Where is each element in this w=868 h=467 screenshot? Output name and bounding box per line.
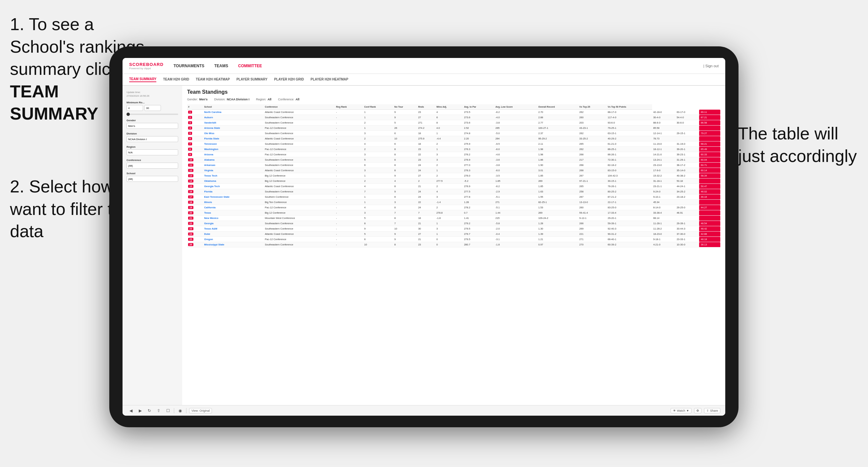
- cell-crk: 2: [363, 147, 394, 152]
- cell-rec: 29-20-1: [607, 216, 652, 221]
- share-button[interactable]: ⇧ Share: [704, 408, 720, 413]
- region-select[interactable]: N/A All: [126, 149, 178, 155]
- cell-conf: Pac-12 Conference: [264, 237, 335, 242]
- tab-team-summary[interactable]: TEAM SUMMARY: [129, 77, 156, 82]
- cell-low: 1.39: [537, 231, 578, 237]
- cell-reg: -: [335, 189, 363, 194]
- table-row: 22GeorgiaSoutheastern Conference-8721127…: [187, 221, 720, 226]
- cell-ovr: 18-12-1: [652, 147, 676, 152]
- cell-score: 59-41-4: [578, 210, 607, 216]
- table-row: 7TennesseeSoutheastern Conference-461822…: [187, 142, 720, 147]
- view-original-button[interactable]: View: Original: [189, 408, 212, 413]
- watch-button[interactable]: 👁 Watch ▼: [671, 408, 691, 413]
- cell-ovr: 4-21-0: [652, 242, 676, 247]
- tab-player-summary[interactable]: PLAYER SUMMARY: [237, 77, 268, 82]
- clock-icon[interactable]: ◉: [177, 407, 183, 414]
- col-avg-to-par: Avg. to Par: [463, 104, 494, 110]
- table-row: 26Mississippi StateSoutheastern Conferen…: [187, 242, 720, 247]
- logo: SCOREBOARD Powered by clippd: [129, 62, 164, 70]
- cell-score: 262: [578, 131, 607, 136]
- refresh-icon[interactable]: ↻: [146, 407, 153, 414]
- tab-player-h2h-grid[interactable]: PLAYER H2H GRID: [274, 77, 304, 82]
- table-row: 13Texas TechBig 12 Conference-19272276.0…: [187, 173, 720, 179]
- update-time: Update time: 27/03/2024 16:56:26: [126, 91, 178, 98]
- table-row: 8WashingtonPac-12 Conference-28231276.3-…: [187, 147, 720, 152]
- cell-low: 109-24-2: [537, 216, 578, 221]
- share-icon-left[interactable]: ⇧: [155, 407, 162, 414]
- cell-low: 2.37: [537, 131, 578, 136]
- cell-wins: 2: [435, 173, 463, 179]
- nav-tournaments[interactable]: TOURNAMENTS: [174, 64, 204, 68]
- cell-score: 268: [578, 163, 607, 168]
- cell-nt: 9: [394, 110, 417, 115]
- cell-t25: 53.18: [676, 179, 699, 184]
- cell-avg: 279.5: [463, 237, 494, 242]
- cell-rank: 16: [187, 189, 203, 194]
- sub-nav: TEAM SUMMARY TEAM H2H GRID TEAM H2H HEAT…: [123, 74, 725, 86]
- cell-school: Oregon: [203, 237, 264, 242]
- cell-pts: 60.14: [699, 168, 720, 173]
- cell-nt: 6: [394, 142, 417, 147]
- tab-team-h2h-heatmap[interactable]: TEAM H2H HEATMAP: [196, 77, 230, 82]
- back-icon[interactable]: ◀: [127, 407, 134, 414]
- tab-team-h2h-grid[interactable]: TEAM H2H GRID: [163, 77, 189, 82]
- cell-wins: 0: [435, 237, 463, 242]
- school-select[interactable]: (All): [126, 176, 178, 182]
- cell-wins: 2: [435, 142, 463, 147]
- cell-school: Florida State: [203, 136, 264, 142]
- conference-select[interactable]: (All) ACC SEC Big 12 Big Ten Pac-12: [126, 163, 178, 168]
- resize-button[interactable]: ✠: [694, 408, 702, 413]
- cell-crk: 4: [363, 184, 394, 189]
- cell-par: -5.0: [494, 131, 537, 136]
- cell-ovr: 9-18-1: [652, 237, 676, 242]
- cell-avg: 274.8: [463, 131, 494, 136]
- max-val-input[interactable]: [145, 105, 161, 111]
- cell-reg: -: [335, 120, 363, 126]
- table-row: 14OklahomaBig 12 Conference-242277.5-5.2…: [187, 179, 720, 184]
- cell-pts: 60.33: [699, 152, 720, 157]
- cell-nt: 7: [394, 221, 417, 226]
- cell-reg: -: [335, 231, 363, 237]
- table-row: 4Arizona StatePac-12 Conference-126274.2…: [187, 126, 720, 131]
- cell-rank: 3: [187, 120, 203, 126]
- cell-low: 1.21: [537, 237, 578, 242]
- cell-pts: 48.54: [699, 221, 720, 226]
- cell-pts: 46.16: [699, 194, 720, 200]
- division-label: Division: [126, 132, 178, 135]
- nav-teams[interactable]: TEAMS: [214, 64, 228, 68]
- cell-avg: 276.2: [463, 152, 494, 157]
- cell-par: 264: [494, 136, 537, 142]
- cell-rec: 66-40-1: [607, 237, 652, 242]
- cell-rec: 40-29-2: [607, 136, 652, 142]
- cell-reg: -: [335, 242, 363, 247]
- cell-rec: 17-33-4: [607, 210, 652, 216]
- cell-rnds: 18: [417, 142, 435, 147]
- cell-crk: 5: [363, 231, 394, 237]
- cell-conf: Pac-12 Conference: [264, 152, 335, 157]
- forward-icon[interactable]: ▶: [137, 407, 144, 414]
- conference-label: Conference: [126, 159, 178, 162]
- cell-score: 33-25-2: [578, 136, 607, 142]
- gender-select[interactable]: Men's Women's: [126, 123, 178, 129]
- min-val-input[interactable]: [126, 105, 143, 111]
- cell-rnds: 27: [417, 115, 435, 120]
- cell-par: -6.2: [494, 184, 537, 189]
- cell-score: 97-21-1: [578, 179, 607, 184]
- cell-score: 270: [578, 242, 607, 247]
- sign-out-button[interactable]: | Sign out: [704, 64, 719, 68]
- bookmark-icon[interactable]: ☐: [164, 407, 171, 414]
- cell-conf: Pac-12 Conference: [264, 205, 335, 210]
- table-row: 17East Tennessee StateSouthern Conferenc…: [187, 194, 720, 200]
- nav-committee[interactable]: COMMITTEE: [238, 64, 262, 68]
- cell-par: 271: [494, 200, 537, 205]
- cell-rank: 22: [187, 221, 203, 226]
- cell-crk: 6: [363, 163, 394, 168]
- cell-avg: 276.3: [463, 147, 494, 152]
- col-school: School: [203, 104, 264, 110]
- tab-player-h2h-heatmap[interactable]: PLAYER H2H HEATMAP: [311, 77, 348, 82]
- rounds-slider[interactable]: [126, 114, 178, 115]
- division-select[interactable]: NCAA Division I NCAA Division II NCAA Di…: [126, 136, 178, 142]
- cell-wins: 4.0: [435, 126, 463, 131]
- logo-bottom: Powered by clippd: [129, 67, 164, 70]
- cell-par: 215: [494, 216, 537, 221]
